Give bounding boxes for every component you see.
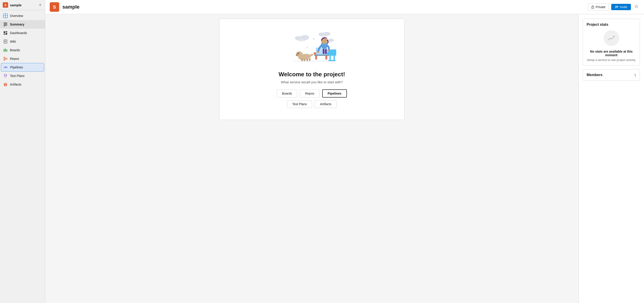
test-plans-service-button[interactable]: Test Plans	[287, 100, 312, 108]
invite-label: Invite	[620, 5, 627, 9]
repos-icon	[3, 56, 8, 61]
sidebar-item-test-plans[interactable]: Test Plans	[0, 72, 45, 80]
svg-point-19	[4, 57, 5, 58]
svg-rect-61	[323, 49, 324, 54]
add-project-button[interactable]: +	[38, 2, 42, 7]
sidebar-item-boards-label: Boards	[10, 48, 20, 52]
sidebar-item-boards[interactable]: Boards	[0, 46, 45, 54]
svg-rect-70	[304, 59, 305, 61]
pipelines-icon	[4, 65, 8, 69]
sidebar-item-summary-label: Summary	[10, 22, 24, 26]
wiki-icon	[3, 39, 8, 44]
welcome-card: Welcome to the project! What service wou…	[219, 19, 404, 120]
welcome-title: Welcome to the project!	[278, 71, 345, 78]
main-panel: Welcome to the project! What service wou…	[45, 14, 578, 303]
members-header: Members 1	[586, 73, 636, 77]
sidebar-item-wiki[interactable]: Wiki	[0, 37, 45, 46]
sidebar-item-pipelines[interactable]: Pipelines	[1, 63, 44, 72]
org-avatar: S	[3, 2, 8, 8]
invite-button[interactable]: Invite	[611, 4, 631, 10]
dashboard-icon	[3, 31, 8, 35]
svg-point-68	[298, 53, 299, 54]
org-name-label: sample	[10, 3, 22, 7]
svg-point-37	[301, 35, 309, 40]
svg-rect-11	[4, 34, 5, 35]
testplans-icon	[3, 74, 8, 78]
service-buttons-row2: Test Plans Artifacts	[287, 100, 336, 108]
sidebar-item-repos-label: Repos	[10, 57, 19, 60]
svg-rect-14	[4, 41, 6, 42]
invite-icon	[615, 5, 618, 8]
svg-rect-5	[4, 24, 7, 24]
svg-rect-0	[4, 14, 5, 15]
sidebar-nav: Overview Summary	[0, 10, 45, 303]
svg-rect-15	[4, 42, 6, 42]
svg-point-67	[296, 54, 297, 55]
svg-point-59	[316, 51, 319, 53]
sidebar: S sample + Overview	[0, 0, 45, 303]
svg-rect-9	[6, 31, 7, 32]
svg-point-43	[328, 39, 334, 42]
org-name[interactable]: S sample	[3, 2, 22, 8]
svg-point-27	[6, 67, 7, 68]
stats-section: Project stats No stats are available at …	[583, 19, 640, 65]
right-panel: Project stats No stats are available at …	[578, 14, 644, 303]
sidebar-item-repos[interactable]: Repos	[0, 54, 45, 63]
svg-point-32	[592, 7, 593, 8]
svg-rect-72	[309, 58, 310, 61]
svg-rect-1	[6, 14, 7, 15]
sidebar-item-dashboards-label: Dashboards	[10, 31, 27, 35]
svg-rect-13	[4, 41, 6, 41]
svg-rect-56	[314, 55, 329, 56]
members-title: Members	[586, 73, 602, 77]
artifacts-icon	[3, 82, 8, 87]
svg-point-40	[324, 32, 330, 36]
svg-line-24	[5, 59, 6, 60]
grid-icon	[3, 13, 8, 18]
sidebar-item-wiki-label: Wiki	[10, 40, 16, 43]
illustration	[280, 26, 344, 66]
sidebar-item-artifacts-label: Artifacts	[10, 83, 22, 86]
stats-empty-sub: Setup a service to see project activity.	[586, 58, 636, 62]
members-count: 1	[634, 73, 636, 77]
main-content: S sample Private Invite	[45, 0, 644, 303]
table-icon	[3, 22, 8, 27]
svg-rect-6	[4, 25, 7, 25]
svg-point-41	[318, 32, 324, 36]
stats-icon-container	[586, 30, 636, 46]
main-header: S sample Private Invite	[45, 0, 644, 14]
sidebar-item-overview-label: Overview	[10, 14, 23, 18]
repos-service-button[interactable]: Repos	[300, 89, 319, 97]
content-area: Welcome to the project! What service wou…	[45, 14, 644, 303]
svg-rect-52	[334, 56, 335, 60]
lock-icon	[591, 5, 594, 9]
svg-rect-18	[6, 49, 7, 52]
header-actions: Private Invite	[588, 3, 640, 11]
sidebar-header: S sample +	[0, 0, 45, 10]
boards-service-button[interactable]: Boards	[277, 89, 297, 97]
svg-point-20	[4, 59, 5, 60]
stats-empty-message: No stats are available at this moment	[586, 50, 636, 57]
svg-rect-69	[301, 58, 303, 61]
sidebar-item-dashboards[interactable]: Dashboards	[0, 29, 45, 37]
sidebar-item-test-plans-label: Test Plans	[10, 74, 25, 78]
project-avatar: S	[50, 2, 59, 12]
welcome-subtitle: What service would you like to start wit…	[281, 80, 343, 84]
private-button[interactable]: Private	[588, 3, 609, 10]
members-section: Members 1	[583, 69, 640, 81]
sidebar-item-summary[interactable]: Summary	[0, 20, 45, 29]
svg-rect-71	[306, 59, 308, 61]
artifacts-service-button[interactable]: Artifacts	[315, 100, 337, 108]
svg-rect-2	[4, 16, 5, 18]
svg-rect-62	[325, 49, 327, 54]
sidebar-item-overview[interactable]: Overview	[0, 11, 45, 20]
boards-icon	[3, 48, 8, 52]
star-button[interactable]	[633, 3, 640, 11]
svg-rect-30	[5, 85, 6, 86]
pipelines-service-button[interactable]: Pipelines	[322, 89, 347, 97]
svg-point-21	[6, 58, 7, 59]
project-identity: S sample	[50, 2, 80, 12]
sidebar-item-artifacts[interactable]: Artifacts	[0, 80, 45, 89]
svg-rect-7	[4, 26, 6, 26]
svg-rect-8	[4, 31, 5, 33]
